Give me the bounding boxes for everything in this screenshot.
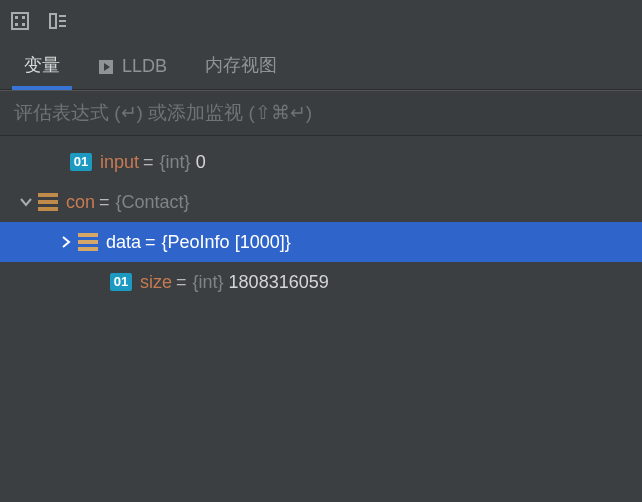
calculator-button[interactable]	[8, 9, 32, 33]
svg-rect-3	[15, 23, 18, 26]
var-type: {PeoInfo [1000]}	[162, 232, 291, 253]
svg-rect-15	[78, 247, 98, 251]
expander-open[interactable]	[14, 190, 38, 214]
var-row-size[interactable]: 01 size = {int} 1808316059	[0, 262, 642, 302]
var-name: input	[100, 152, 139, 173]
var-type: {int}	[160, 152, 191, 173]
equals: =	[176, 272, 187, 293]
expander-closed[interactable]	[54, 230, 78, 254]
evaluate-expression-input[interactable]: 评估表达式 (↵) 或添加监视 (⇧⌘↵)	[0, 90, 642, 136]
chevron-down-icon	[19, 195, 33, 209]
tab-label: 内存视图	[205, 53, 277, 77]
layout-button[interactable]	[46, 9, 70, 33]
layout-icon	[48, 11, 68, 31]
calculator-icon	[10, 11, 30, 31]
var-name: size	[140, 272, 172, 293]
tab-label: LLDB	[122, 56, 167, 77]
equals: =	[145, 232, 156, 253]
svg-rect-10	[38, 193, 58, 197]
debug-toolbar	[0, 0, 642, 42]
equals: =	[99, 192, 110, 213]
var-name: con	[66, 192, 95, 213]
var-value: 1808316059	[229, 272, 329, 293]
var-row-data[interactable]: data = {PeoInfo [1000]}	[0, 222, 642, 262]
svg-rect-13	[78, 233, 98, 237]
var-type: {int}	[193, 272, 224, 293]
tab-label: 变量	[24, 53, 60, 77]
var-row-con[interactable]: con = {Contact}	[0, 182, 642, 222]
eval-placeholder: 评估表达式 (↵) 或添加监视 (⇧⌘↵)	[14, 100, 312, 126]
svg-rect-11	[38, 200, 58, 204]
primitive-badge: 01	[110, 273, 132, 291]
svg-rect-5	[50, 14, 56, 28]
var-value: 0	[196, 152, 206, 173]
svg-rect-4	[22, 23, 25, 26]
equals: =	[143, 152, 154, 173]
struct-icon	[38, 193, 58, 211]
variables-tree: 01 input = {int} 0 con = {Contact} data …	[0, 136, 642, 302]
debug-tabs: 变量 LLDB 内存视图	[0, 42, 642, 90]
svg-rect-1	[15, 16, 18, 19]
primitive-badge: 01	[70, 153, 92, 171]
svg-rect-12	[38, 207, 58, 211]
var-type: {Contact}	[116, 192, 190, 213]
tab-memory[interactable]: 内存视图	[187, 43, 295, 89]
svg-rect-0	[12, 13, 28, 29]
svg-rect-14	[78, 240, 98, 244]
struct-icon	[78, 233, 98, 251]
tab-lldb[interactable]: LLDB	[80, 46, 185, 89]
play-icon	[98, 59, 114, 75]
var-row-input[interactable]: 01 input = {int} 0	[0, 142, 642, 182]
svg-rect-2	[22, 16, 25, 19]
chevron-right-icon	[59, 235, 73, 249]
var-name: data	[106, 232, 141, 253]
tab-variables[interactable]: 变量	[6, 43, 78, 89]
